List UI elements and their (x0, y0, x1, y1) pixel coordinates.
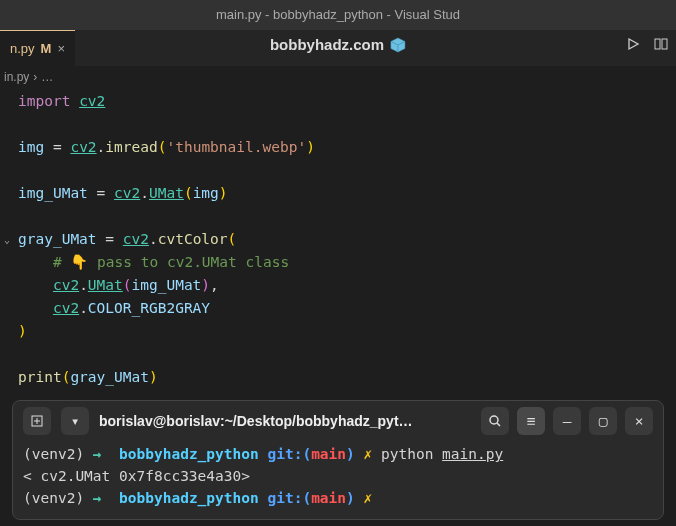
code-line: cv2.UMat(img_UMat), (18, 274, 676, 297)
watermark-text: bobbyhadz.com (270, 36, 384, 53)
search-icon[interactable] (481, 407, 509, 435)
code-line: img = cv2.imread('thumbnail.webp') (18, 136, 676, 159)
terminal-title: borislav@borislav:~/Desktop/bobbyhadz_py… (99, 413, 471, 429)
code-line: print(gray_UMat) (18, 366, 676, 389)
code-line (18, 113, 676, 136)
code-line (18, 159, 676, 182)
code-line: cv2.COLOR_RGB2GRAY (18, 297, 676, 320)
close-icon[interactable]: × (625, 407, 653, 435)
window-title: main.py - bobbyhadz_python - Visual Stud (0, 0, 676, 30)
svg-rect-3 (655, 39, 660, 49)
editor-actions (626, 36, 668, 55)
run-icon[interactable] (626, 36, 640, 55)
watermark: bobbyhadz.com (270, 36, 406, 53)
chevron-down-icon[interactable]: ▾ (61, 407, 89, 435)
terminal-header: ▾ borislav@borislav:~/Desktop/bobbyhadz_… (13, 401, 663, 441)
minimize-icon[interactable]: — (553, 407, 581, 435)
code-line: import cv2 (18, 90, 676, 113)
svg-rect-4 (662, 39, 667, 49)
terminal-body[interactable]: (venv2) → bobbyhadz_python git:(main) ✗ … (13, 441, 663, 511)
tab-modified-indicator: M (41, 41, 52, 56)
code-editor[interactable]: import cv2 img = cv2.imread('thumbnail.w… (0, 88, 676, 389)
breadcrumb-more: … (41, 70, 53, 84)
code-line (18, 205, 676, 228)
code-line (18, 343, 676, 366)
breadcrumb-file: in.py (4, 70, 29, 84)
editor-tab-main[interactable]: n.py M × (0, 30, 75, 66)
code-line: ⌄gray_UMat = cv2.cvtColor( (18, 228, 676, 251)
svg-marker-2 (629, 39, 638, 49)
chevron-right-icon: › (33, 70, 37, 84)
terminal-panel: ▾ borislav@borislav:~/Desktop/bobbyhadz_… (12, 400, 664, 520)
terminal-line: (venv2) → bobbyhadz_python git:(main) ✗ (23, 487, 653, 509)
code-line: # 👇 pass to cv2.UMat class (18, 251, 676, 274)
package-icon (390, 37, 406, 53)
close-icon[interactable]: × (57, 41, 65, 56)
code-line: ) (18, 320, 676, 343)
menu-icon[interactable]: ≡ (517, 407, 545, 435)
tab-bar: n.py M × bobbyhadz.com (0, 30, 676, 66)
terminal-output: < cv2.UMat 0x7f8cc33e4a30> (23, 465, 653, 487)
svg-point-8 (490, 416, 498, 424)
breadcrumb[interactable]: in.py › … (0, 66, 676, 88)
maximize-icon[interactable]: ▢ (589, 407, 617, 435)
chevron-down-icon[interactable]: ⌄ (4, 228, 10, 251)
code-line: img_UMat = cv2.UMat(img) (18, 182, 676, 205)
new-tab-icon[interactable] (23, 407, 51, 435)
tab-filename: n.py (10, 41, 35, 56)
terminal-line: (venv2) → bobbyhadz_python git:(main) ✗ … (23, 443, 653, 465)
split-icon[interactable] (654, 36, 668, 55)
svg-line-9 (497, 423, 500, 426)
